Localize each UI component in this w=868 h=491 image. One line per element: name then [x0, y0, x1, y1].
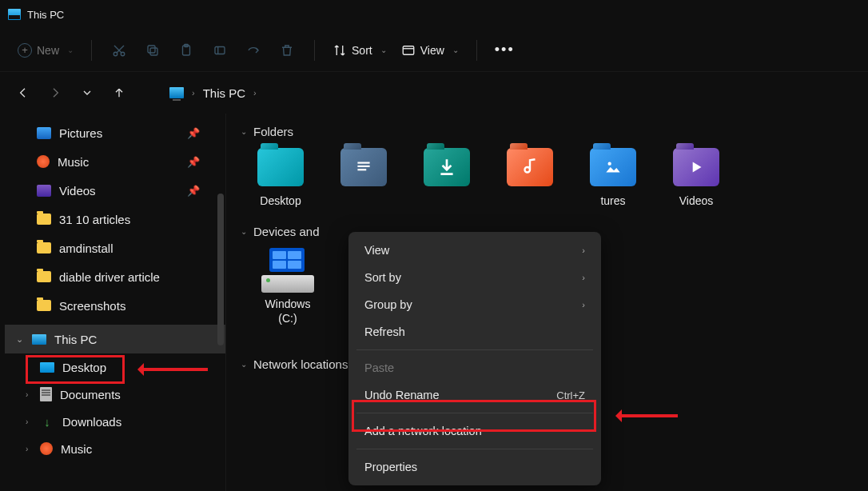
- ctx-add-network-location[interactable]: Add a network location: [348, 417, 601, 445]
- forward-button[interactable]: [46, 84, 64, 102]
- context-menu: View› Sort by› Group by› Refresh Paste U…: [348, 232, 601, 485]
- svg-rect-10: [357, 169, 366, 170]
- downloads-icon: ↓: [40, 414, 54, 429]
- ctx-refresh[interactable]: Refresh: [348, 318, 601, 345]
- separator: [356, 349, 593, 350]
- more-button[interactable]: •••: [490, 36, 520, 65]
- new-label: New: [37, 44, 59, 57]
- folder-icon: [37, 214, 51, 225]
- ctx-view[interactable]: View›: [348, 237, 601, 264]
- sort-button[interactable]: Sort ⌄: [328, 36, 392, 65]
- chevron-down-icon: ⌄: [241, 360, 247, 369]
- drive-c[interactable]: Windows(C:): [252, 248, 324, 325]
- svg-rect-2: [150, 48, 157, 55]
- folder-label: Desktop: [260, 194, 301, 207]
- view-icon: [401, 43, 416, 58]
- plus-icon: +: [18, 43, 32, 58]
- sidebar-item-folder[interactable]: Screenshots: [5, 291, 225, 320]
- desktop-icon: [40, 362, 54, 373]
- chevron-down-icon: ⌄: [452, 46, 459, 54]
- sidebar-item-desktop[interactable]: ›Desktop: [5, 353, 225, 381]
- separator: [476, 40, 477, 61]
- folder-label: Videos: [679, 194, 714, 207]
- titlebar: This PC: [0, 0, 868, 29]
- cut-button[interactable]: [105, 36, 133, 65]
- chevron-down-icon: ⌄: [241, 127, 247, 136]
- pin-icon: 📌: [187, 156, 200, 168]
- sidebar-item-label: amdinstall: [59, 242, 113, 255]
- folder-icon: [37, 271, 51, 282]
- pin-icon: 📌: [187, 185, 200, 197]
- chevron-right-icon: ›: [253, 88, 257, 98]
- sort-icon: [332, 43, 347, 58]
- chevron-right-icon: ›: [26, 390, 28, 399]
- sidebar-item-music[interactable]: Music 📌: [5, 147, 225, 176]
- chevron-down-icon: ⌄: [16, 334, 23, 345]
- sidebar-item-label: Documents: [60, 388, 121, 401]
- music-icon: [37, 155, 50, 168]
- sort-label: Sort: [352, 44, 372, 57]
- scrollbar[interactable]: [217, 194, 224, 345]
- sidebar-item-label: Pictures: [59, 126, 102, 140]
- chevron-right-icon: ›: [582, 273, 585, 282]
- folder-pictures[interactable]: tures: [584, 148, 642, 207]
- ctx-group-by[interactable]: Group by›: [348, 291, 601, 318]
- copy-button[interactable]: [138, 36, 167, 65]
- folders-row: Desktop tures Videos: [241, 148, 868, 207]
- separator: [91, 40, 92, 61]
- new-button[interactable]: + New ⌄: [13, 36, 78, 65]
- drive-label: Windows(C:): [265, 297, 311, 325]
- up-button[interactable]: [110, 84, 128, 102]
- folder-music[interactable]: [501, 148, 559, 207]
- sidebar-item-music[interactable]: ›Music: [5, 435, 225, 462]
- delete-button[interactable]: [273, 36, 301, 65]
- window-title: This PC: [27, 9, 64, 21]
- music-icon: [40, 442, 53, 455]
- pictures-folder-icon: [590, 148, 636, 186]
- svg-rect-9: [357, 166, 369, 167]
- folder-videos[interactable]: Videos: [667, 148, 725, 207]
- sidebar-item-downloads[interactable]: ›↓Downloads: [5, 408, 225, 435]
- ctx-undo-rename[interactable]: Undo RenameCtrl+Z: [348, 381, 601, 409]
- sidebar-item-label: Desktop: [62, 361, 106, 374]
- separator: [314, 40, 315, 61]
- sidebar-item-label: Music: [58, 155, 89, 169]
- view-button[interactable]: View ⌄: [396, 36, 464, 65]
- chevron-right-icon: ›: [582, 300, 585, 309]
- breadcrumb-root[interactable]: This PC: [203, 86, 245, 100]
- folder-documents[interactable]: [335, 148, 392, 207]
- view-label: View: [420, 44, 444, 57]
- sidebar-item-label: Downloads: [62, 415, 121, 429]
- ctx-properties[interactable]: Properties: [348, 453, 601, 481]
- folder-downloads[interactable]: [418, 148, 476, 207]
- rename-button[interactable]: [205, 36, 234, 65]
- sidebar-item-documents[interactable]: ›Documents: [5, 381, 225, 408]
- group-label: Folders: [253, 125, 293, 138]
- annotation-arrow: [619, 414, 678, 417]
- sidebar-item-videos[interactable]: Videos 📌: [5, 176, 225, 205]
- paste-button[interactable]: [172, 36, 201, 65]
- ctx-sort-by[interactable]: Sort by›: [348, 264, 601, 291]
- sidebar-item-label: 31 10 articles: [59, 213, 130, 226]
- sidebar-item-this-pc[interactable]: ⌄ This PC: [5, 325, 225, 353]
- group-folders[interactable]: ⌄Folders: [241, 125, 868, 138]
- shortcut-label: Ctrl+Z: [556, 389, 585, 401]
- svg-rect-6: [215, 46, 225, 54]
- sidebar-item-folder[interactable]: 31 10 articles: [5, 205, 225, 234]
- separator: [356, 413, 593, 413]
- back-button[interactable]: [14, 84, 32, 102]
- sidebar-item-pictures[interactable]: Pictures 📌: [5, 118, 225, 147]
- sidebar-item-label: Screenshots: [59, 299, 125, 313]
- sidebar-item-folder[interactable]: diable driver article: [5, 262, 225, 291]
- sidebar-item-label: This PC: [54, 333, 97, 346]
- sidebar-item-folder[interactable]: amdinstall: [5, 234, 225, 262]
- folder-icon: [37, 242, 51, 253]
- address-bar[interactable]: › This PC ›: [161, 82, 265, 105]
- share-button[interactable]: [239, 36, 268, 65]
- folder-desktop[interactable]: Desktop: [252, 148, 309, 207]
- svg-point-11: [608, 162, 611, 166]
- chevron-right-icon: ›: [26, 445, 28, 453]
- drive-icon: [261, 248, 314, 293]
- recent-button[interactable]: [78, 84, 96, 102]
- chevron-down-icon: ⌄: [241, 227, 247, 236]
